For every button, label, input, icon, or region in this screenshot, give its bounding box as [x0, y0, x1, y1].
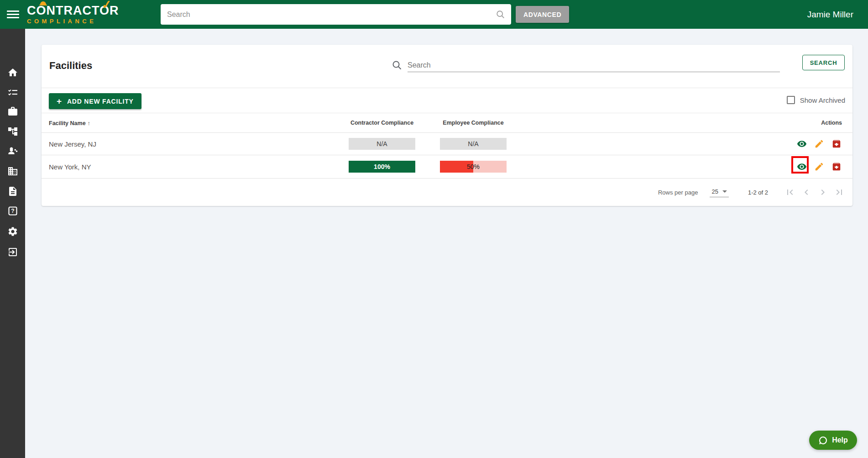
archive-icon: [831, 162, 842, 172]
edit-facility-button[interactable]: [814, 161, 825, 172]
add-facility-label: ADD NEW FACILITY: [67, 98, 134, 105]
worker-icon: [7, 146, 18, 157]
user-name[interactable]: Jamie Miller: [807, 0, 853, 29]
facility-name-cell: New York, NY: [49, 163, 91, 171]
hardhat-icon: [39, 1, 47, 5]
eye-icon: [797, 162, 807, 172]
search-icon: [496, 10, 506, 20]
employee-compliance-value: 50%: [440, 161, 507, 173]
home-icon: [7, 67, 18, 78]
show-archived-checkbox[interactable]: [787, 96, 795, 104]
card-title-row: Facilities SEARCH: [42, 45, 852, 88]
facilities-card: Facilities SEARCH + ADD NEW FACILITY Sho…: [42, 45, 852, 206]
logout-icon: [7, 247, 18, 258]
briefcase-icon: [7, 106, 18, 117]
search-icon: [392, 60, 403, 71]
settings-gear-icon: [7, 226, 18, 237]
chevron-down-icon: [722, 190, 727, 193]
chevron-right-icon: [817, 187, 828, 198]
rows-per-page-select[interactable]: 25: [710, 187, 728, 197]
sidebar-item-contractors[interactable]: [0, 143, 25, 159]
show-archived-control[interactable]: Show Archived: [787, 96, 845, 104]
row-actions: [796, 138, 842, 149]
checklist-icon: [7, 87, 18, 98]
table-pagination: Rows per page 25 1-2 of 2: [42, 178, 852, 206]
sitemap-icon: [7, 126, 18, 137]
logo-text-compliance: COMPLIANCE: [27, 18, 119, 24]
plus-icon: +: [57, 96, 62, 106]
archive-facility-button[interactable]: [831, 161, 842, 172]
edit-facility-button[interactable]: [814, 138, 825, 149]
sidebar-item-help[interactable]: ?: [0, 203, 25, 219]
help-label: Help: [832, 436, 848, 444]
sidebar-item-settings[interactable]: [0, 224, 25, 239]
facilities-search-input[interactable]: [408, 58, 780, 72]
sidebar-item-jobs[interactable]: [0, 104, 25, 119]
advanced-search-button[interactable]: ADVANCED: [516, 6, 569, 23]
rows-per-page-label: Rows per page: [658, 189, 698, 196]
sidebar-item-logout[interactable]: [0, 244, 25, 260]
show-archived-label: Show Archived: [800, 96, 845, 104]
column-header-employee-compliance: Employee Compliance: [440, 120, 507, 126]
view-facility-button[interactable]: [796, 138, 807, 149]
top-header-bar: CONTRACTOR ✓ COMPLIANCE ADVANCED Jamie M…: [0, 0, 868, 29]
help-button[interactable]: Help: [809, 431, 857, 450]
hamburger-menu-icon[interactable]: [7, 10, 21, 20]
checkmark-icon: ✓: [101, 0, 112, 11]
last-page-button[interactable]: [834, 187, 845, 198]
facility-name-cell: New Jersey, NJ: [49, 140, 96, 148]
add-facility-button[interactable]: + ADD NEW FACILITY: [49, 93, 141, 109]
column-header-facility-name[interactable]: Facility Name ↑: [49, 120, 90, 126]
sort-ascending-icon: ↑: [88, 120, 91, 126]
search-button[interactable]: SEARCH: [802, 55, 845, 70]
sidebar-item-home[interactable]: [0, 65, 25, 80]
eye-icon: [797, 139, 807, 149]
sidebar-nav: ?: [0, 29, 25, 458]
page-title: Facilities: [49, 60, 92, 72]
sidebar-item-documents[interactable]: [0, 184, 25, 199]
archive-icon: [831, 139, 842, 149]
contractor-compliance-badge: N/A: [349, 138, 415, 150]
table-row: New Jersey, NJ N/A N/A: [42, 132, 852, 155]
row-actions: [796, 161, 842, 172]
app-logo: CONTRACTOR ✓ COMPLIANCE: [27, 5, 119, 24]
table-row: New York, NY 100% 50%: [42, 155, 852, 178]
pencil-icon: [814, 139, 824, 149]
main-content: Facilities SEARCH + ADD NEW FACILITY Sho…: [25, 29, 868, 458]
chevron-left-icon: [801, 187, 812, 198]
pencil-icon: [814, 162, 824, 172]
sidebar-item-facilities[interactable]: [0, 163, 25, 179]
page-range-label: 1-2 of 2: [748, 189, 768, 196]
first-page-button[interactable]: [784, 187, 795, 198]
sidebar-item-hierarchy[interactable]: [0, 124, 25, 139]
chat-bubble-icon: [818, 436, 828, 445]
sidebar-item-checklist[interactable]: [0, 85, 25, 100]
table-header-row: Facility Name ↑ Contractor Compliance Em…: [42, 113, 852, 132]
first-page-icon: [784, 187, 795, 198]
archive-facility-button[interactable]: [831, 138, 842, 149]
global-search-bar: [161, 4, 511, 25]
column-header-actions: Actions: [821, 120, 842, 126]
employee-compliance-bar: 50%: [440, 161, 507, 173]
card-toolbar-row: + ADD NEW FACILITY Show Archived: [42, 88, 852, 113]
help-icon: ?: [7, 205, 18, 216]
employee-compliance-badge: N/A: [440, 138, 507, 150]
view-facility-button[interactable]: [796, 161, 807, 172]
next-page-button[interactable]: [817, 187, 828, 198]
previous-page-button[interactable]: [801, 187, 812, 198]
last-page-icon: [834, 187, 845, 198]
contractor-compliance-bar: 100%: [349, 161, 415, 173]
document-icon: [7, 186, 18, 197]
rows-per-page-value: 25: [711, 188, 718, 195]
svg-text:?: ?: [11, 208, 14, 214]
column-header-contractor-compliance: Contractor Compliance: [349, 120, 415, 126]
building-icon: [7, 166, 18, 177]
global-search-input[interactable]: [161, 11, 496, 19]
